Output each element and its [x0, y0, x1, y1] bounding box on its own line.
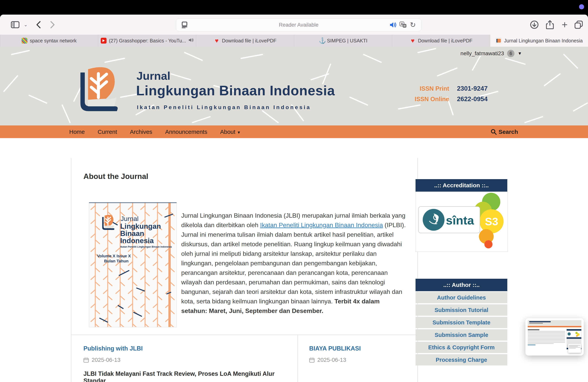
- audio-playing-icon[interactable]: [388, 19, 398, 31]
- search-icon: [491, 129, 497, 135]
- tab-bar: space syntax network (27) Grasshopper: B…: [0, 35, 588, 47]
- issn-online-label: ISSN Online: [406, 96, 449, 103]
- ethics-copyright-form-link[interactable]: Ethics & Copyright Form: [416, 342, 507, 353]
- nav-about[interactable]: About▼: [220, 128, 241, 135]
- about-description: Jurnal Lingkungan Binaan Indonesia (JLBI…: [181, 211, 407, 316]
- page-preview-thumbnail[interactable]: [525, 318, 584, 356]
- submission-template-link[interactable]: Submission Template: [416, 317, 507, 328]
- tab-label: Download file | iLovePDF: [418, 38, 472, 43]
- nav-archives[interactable]: Archives: [130, 128, 152, 135]
- tab-overview-icon[interactable]: [572, 15, 585, 35]
- announcement-date: 2025-06-13: [309, 357, 346, 363]
- cover-volume: Volume X Issue X: [97, 254, 131, 258]
- page-content: About the Journal: [0, 138, 588, 382]
- downloads-icon[interactable]: [528, 15, 541, 35]
- sinta-grade: S3: [485, 215, 498, 228]
- sinta-accreditation-badge[interactable]: sînta S3: [416, 191, 508, 252]
- menu-bar: [0, 0, 588, 15]
- address-bar[interactable]: Reader Available A ↻: [176, 19, 421, 31]
- sidebar-chevron-icon[interactable]: ⌄: [22, 15, 30, 35]
- page-title: About the Journal: [84, 172, 148, 181]
- back-button[interactable]: [33, 15, 44, 35]
- calendar-icon: [84, 357, 89, 363]
- cover-issue: Bulan Tahun: [104, 259, 128, 263]
- issn-print-label: ISSN Print: [406, 85, 449, 92]
- submission-sample-link[interactable]: Submission Sample: [416, 329, 507, 340]
- address-bar-text: Reader Available: [176, 22, 421, 28]
- tab-jlbi-active[interactable]: Jurnal Lingkungan Binaan Indonesia: [490, 35, 588, 47]
- space-syntax-favicon: [21, 38, 27, 43]
- author-section-header: ..:: Author ::..: [416, 279, 507, 291]
- tab-simpeg-usakti[interactable]: ⚓ SIMPEG | USAKTI: [294, 35, 392, 47]
- user-caret-icon[interactable]: ▼: [518, 51, 522, 56]
- nav-home[interactable]: Home: [69, 128, 85, 135]
- nav-about-label: About: [220, 128, 235, 135]
- processing-charge-link[interactable]: Processing Charge: [416, 354, 507, 365]
- announcement-title[interactable]: Publishing with JLBI: [84, 345, 143, 352]
- browser-toolbar: ⌄ Reader Available A ↻ +: [0, 15, 588, 35]
- new-tab-icon[interactable]: +: [558, 15, 571, 35]
- share-icon[interactable]: [544, 15, 556, 35]
- forward-button[interactable]: [47, 15, 58, 35]
- thumbnail-text-column: [528, 329, 565, 350]
- nav-announcements[interactable]: Announcements: [165, 128, 207, 135]
- cover-title-top: Jurnal: [121, 215, 139, 222]
- about-paragraph-2: Jurnal ini menerima tulisan ilmiah dalam…: [181, 231, 402, 305]
- recording-indicator-dot: [579, 4, 584, 9]
- tab-audio-icon[interactable]: [189, 38, 193, 43]
- browser-window: ⌄ Reader Available A ↻ +: [0, 15, 588, 382]
- author-guidelines-link[interactable]: Author Guidelines: [416, 292, 507, 303]
- submission-tutorial-link[interactable]: Submission Tutorial: [416, 304, 507, 316]
- accreditation-header: ..:: Accreditation ::..: [416, 179, 507, 191]
- journal-cover-image: Jurnal Lingkungan Binaan Indonesia Ikata…: [89, 202, 177, 327]
- journal-title-main: Lingkungan Binaan Indonesia: [136, 83, 335, 98]
- tab-youtube[interactable]: (27) Grasshopper: Basics - YouTu...: [98, 35, 196, 47]
- ilovepdf-favicon: ♥: [410, 38, 416, 43]
- chevron-down-icon: ▼: [237, 130, 241, 135]
- about-paragraph-1-end: (IPLBI).: [383, 222, 406, 229]
- nav-current[interactable]: Current: [98, 128, 117, 135]
- cover-title-line2: Binaan: [120, 230, 144, 237]
- translate-icon[interactable]: A: [399, 19, 408, 31]
- thumbnail-nested-preview: [568, 344, 581, 353]
- announcement-date: 2025-06-13: [84, 357, 120, 363]
- journal-masthead: Jurnal Lingkungan Binaan Indonesia Ikata…: [0, 47, 588, 126]
- tab-label: Download file | iLovePDF: [222, 38, 276, 43]
- iplbi-link[interactable]: Ikatan Peneliti Lingkungan Binaan Indone…: [260, 222, 383, 229]
- cover-subtitle: Ikatan Peneliti Lingkungan Binaan Indone…: [120, 245, 172, 248]
- announcement-headline[interactable]: JLBI Tidak Melayani Fast Track Review, P…: [84, 370, 290, 382]
- user-menu[interactable]: nelly_fatmawati23 6 ▼: [461, 50, 522, 57]
- username: nelly_fatmawati23: [461, 50, 504, 57]
- ilovepdf-favicon: ♥: [214, 38, 220, 43]
- tab-ilovepdf-2[interactable]: ♥ Download file | iLovePDF: [392, 35, 490, 47]
- announcement-title[interactable]: BIAYA PUBLIKASI: [309, 345, 361, 352]
- journal-subtitle: Ikatan Peneliti Lingkungan Binaan Indone…: [137, 104, 311, 110]
- announcements-section: Publishing with JLBI 2025-06-13 JLBI Tid…: [71, 335, 418, 382]
- announcement-item: Publishing with JLBI: [84, 345, 143, 352]
- nav-search-label: Search: [499, 128, 518, 135]
- column-divider: [297, 335, 298, 382]
- issn-online-value: 2622-0954: [457, 95, 488, 103]
- thumbnail-navbar: [528, 326, 581, 327]
- calendar-icon: [309, 357, 315, 363]
- tab-label: Jurnal Lingkungan Binaan Indonesia: [504, 38, 583, 43]
- tab-space-syntax[interactable]: space syntax network: [0, 35, 98, 47]
- cover-title-line1: Lingkungan: [120, 222, 161, 230]
- cover-title-line3: Indonesia: [120, 237, 154, 245]
- issn-print-value: 2301-9247: [457, 85, 488, 92]
- tab-label: space syntax network: [30, 38, 76, 43]
- date-text: 2025-06-13: [92, 357, 120, 363]
- sidebar-toggle-icon[interactable]: [9, 15, 21, 35]
- sinta-wordmark: sînta: [446, 213, 474, 227]
- tab-label: (27) Grasshopper: Basics - YouTu...: [109, 38, 186, 43]
- tab-ilovepdf-1[interactable]: ♥ Download file | iLovePDF: [196, 35, 294, 47]
- nav-search[interactable]: Search: [491, 128, 518, 135]
- usakti-favicon: ⚓: [319, 38, 325, 43]
- journal-logo: [74, 64, 128, 118]
- tab-label: SIMPEG | USAKTI: [327, 38, 368, 43]
- youtube-favicon: [101, 38, 106, 43]
- notification-badge[interactable]: 6: [507, 50, 514, 57]
- reload-icon[interactable]: ↻: [408, 19, 418, 31]
- main-column: About the Journal: [71, 158, 418, 382]
- date-text: 2025-06-13: [317, 357, 346, 363]
